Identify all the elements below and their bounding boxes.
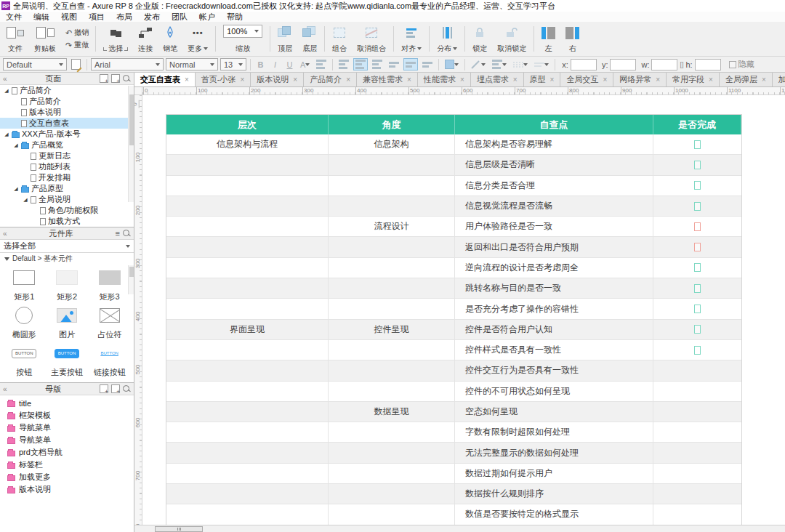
tab-close-icon[interactable]: ×: [241, 76, 245, 84]
page-tree-item[interactable]: 产品简介: [0, 96, 134, 107]
y-input[interactable]: [610, 59, 636, 70]
lock-button[interactable]: 锁定: [467, 23, 492, 55]
arrow-style-button[interactable]: [532, 58, 551, 70]
tab-close-icon[interactable]: ×: [460, 76, 464, 84]
text-align-center-button[interactable]: [353, 58, 368, 70]
widget-section-row[interactable]: Default > 基本元件: [0, 253, 134, 265]
widget-item[interactable]: 图片: [46, 304, 89, 342]
page-tree-item[interactable]: ◢产品概览: [0, 140, 134, 150]
menu-item[interactable]: 发布: [138, 12, 166, 23]
status-checkbox-green[interactable]: [694, 325, 701, 334]
master-item[interactable]: 导航菜单: [0, 434, 134, 446]
select-tool[interactable]: 选择: [98, 23, 133, 55]
page-tree-item[interactable]: 版本说明: [0, 107, 134, 118]
master-item[interactable]: title: [0, 397, 134, 409]
page-tree-item[interactable]: 功能列表: [0, 161, 134, 172]
widget-item[interactable]: BUTTON链接按钮: [88, 342, 131, 379]
tab[interactable]: 产品简介×: [304, 73, 357, 86]
text-align-left-button[interactable]: [337, 58, 351, 70]
font-size-select[interactable]: 13: [220, 58, 246, 70]
master-item[interactable]: prd文档导航: [0, 446, 134, 459]
tab-close-icon[interactable]: ×: [513, 76, 518, 84]
status-checkbox-green[interactable]: [694, 346, 701, 355]
add-folder-icon[interactable]: [111, 74, 120, 83]
file-group[interactable]: 文件: [1, 23, 29, 55]
tab-close-icon[interactable]: ×: [185, 76, 189, 84]
tab[interactable]: 埋点需求×: [471, 73, 524, 86]
status-checkbox-red[interactable]: [694, 243, 701, 251]
tab-close-icon[interactable]: ×: [550, 76, 555, 84]
tab[interactable]: 性能需求×: [418, 73, 471, 86]
page-tree-item[interactable]: 更新日志: [0, 150, 134, 161]
master-item[interactable]: 标签栏: [0, 459, 134, 471]
line-color-button[interactable]: [469, 58, 488, 70]
link-wh-icon[interactable]: []: [680, 61, 683, 68]
widget-item[interactable]: BUTTON主要按钮: [46, 342, 89, 379]
tab-close-icon[interactable]: ×: [346, 76, 350, 84]
widget-item[interactable]: BUTTON按钮: [3, 342, 46, 379]
status-checkbox-green[interactable]: [694, 284, 701, 293]
master-item[interactable]: 版本说明: [0, 483, 134, 496]
line-style-button[interactable]: [511, 58, 530, 70]
align-right-button[interactable]: 右: [560, 23, 584, 55]
tab[interactable]: 网络异常×: [613, 73, 667, 86]
master-item[interactable]: 加载更多: [0, 471, 134, 483]
italic-button[interactable]: I: [269, 58, 281, 70]
widget-item[interactable]: 矩形3: [88, 266, 131, 304]
page-tree-item[interactable]: ◢产品原型: [0, 183, 134, 194]
menu-item[interactable]: 编辑: [28, 12, 55, 23]
horizontal-scrollbar[interactable]: [134, 525, 785, 532]
add-page-icon[interactable]: [100, 74, 108, 83]
more-tools[interactable]: ••• 更多: [182, 23, 213, 55]
search-icon[interactable]: [123, 230, 131, 238]
redo-button[interactable]: ↷重做: [65, 40, 89, 50]
font-family-select[interactable]: Arial: [91, 58, 164, 70]
x-input[interactable]: [571, 59, 597, 70]
tab[interactable]: 兼容性需求×: [357, 73, 418, 86]
tab-close-icon[interactable]: ×: [762, 76, 766, 84]
zoom-select[interactable]: 100%: [223, 25, 262, 38]
align-button[interactable]: 对齐: [396, 23, 427, 55]
clipboard-group[interactable]: 剪贴板: [29, 23, 61, 55]
text-align-right-button[interactable]: [370, 58, 385, 70]
h-input[interactable]: [695, 59, 721, 70]
page-tree-item[interactable]: 角色/功能权限: [0, 205, 134, 216]
valign-bottom-button[interactable]: [420, 58, 435, 70]
unlock-button[interactable]: 取消锁定: [492, 23, 531, 55]
line-width-button[interactable]: [490, 58, 509, 70]
tab[interactable]: 全局弹层×: [720, 73, 773, 86]
tab[interactable]: 原型×: [524, 73, 561, 86]
menu-item[interactable]: 团队: [166, 12, 193, 23]
tree-caret-icon[interactable]: ◢: [23, 197, 28, 203]
line-spacing-button[interactable]: [314, 58, 329, 70]
widget-filter-select[interactable]: 选择全部: [0, 240, 134, 253]
tab-close-icon[interactable]: ×: [603, 76, 607, 84]
undo-button[interactable]: ↶撤销: [65, 28, 89, 38]
font-color-button[interactable]: A: [298, 58, 312, 70]
status-checkbox-green[interactable]: [694, 161, 701, 169]
hide-checkbox[interactable]: [729, 61, 736, 68]
menu-item[interactable]: 布局: [110, 12, 138, 23]
pages-scrollbar[interactable]: [128, 86, 134, 202]
tree-caret-icon[interactable]: ◢: [13, 142, 19, 148]
send-to-back-button[interactable]: 底层: [297, 23, 322, 55]
align-left-button[interactable]: 左: [536, 23, 560, 55]
scrollbar-thumb[interactable]: [129, 267, 134, 277]
status-checkbox-green[interactable]: [694, 181, 701, 190]
collapse-panel-icon[interactable]: «: [3, 385, 7, 393]
fill-color-button[interactable]: [443, 58, 461, 70]
menu-item[interactable]: 帐户: [193, 12, 221, 23]
collapse-panel-icon[interactable]: «: [3, 75, 7, 83]
page-tree-item[interactable]: 加载方式: [0, 216, 134, 227]
w-input[interactable]: [651, 59, 677, 70]
search-icon[interactable]: [123, 75, 131, 83]
style-preset-select[interactable]: Default: [3, 58, 67, 70]
tab[interactable]: 常用字段×: [667, 73, 720, 86]
tab[interactable]: 版本说明×: [251, 73, 304, 86]
edit-style-button[interactable]: [69, 58, 83, 70]
status-checkbox-green[interactable]: [694, 263, 701, 272]
menu-item[interactable]: 文件: [0, 12, 28, 23]
design-canvas[interactable]: 层次角度自查点是否完成信息架构与流程信息架构信息架构是否容易理解信息层级是否清晰…: [142, 95, 785, 525]
status-checkbox-green[interactable]: [694, 140, 701, 149]
widget-item[interactable]: 矩形2: [46, 266, 89, 304]
